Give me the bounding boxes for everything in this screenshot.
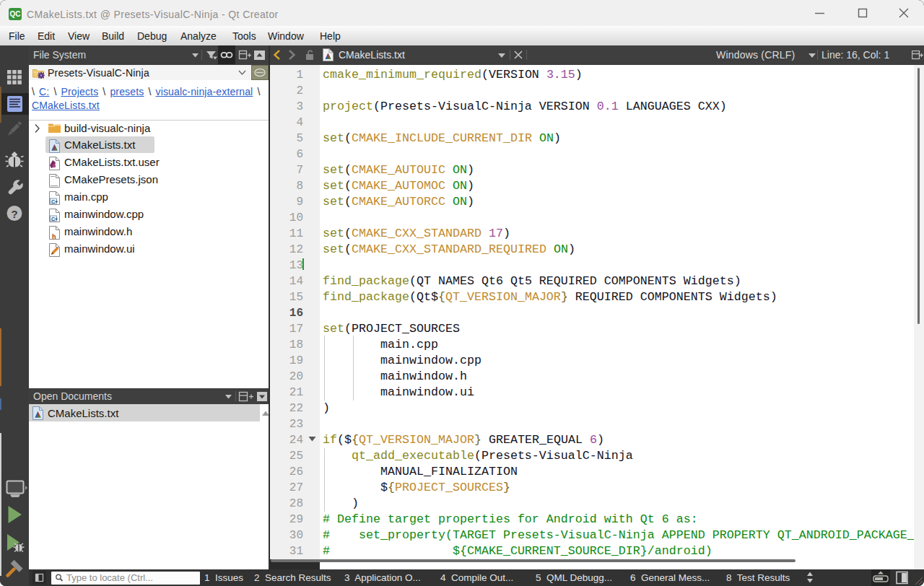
svg-text:?: ? <box>11 208 17 220</box>
